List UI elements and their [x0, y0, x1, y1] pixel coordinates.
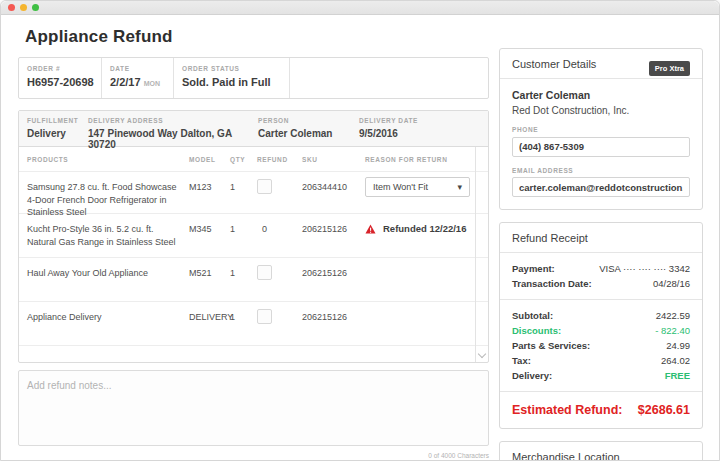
table-row: Haul Away Your Old Appliance M521 1 2062… — [19, 258, 488, 302]
phone-label: Phone — [512, 126, 690, 133]
close-window-icon[interactable] — [8, 4, 15, 11]
product-model: M123 — [189, 181, 230, 194]
tax-value: 264.02 — [661, 355, 690, 366]
fulfillment-type-value: Delivery — [27, 128, 88, 139]
order-status-cell: Order Status Sold. Paid in Full — [174, 58, 290, 98]
refund-checkbox[interactable] — [257, 265, 272, 280]
page-title: Appliance Refund — [25, 27, 489, 47]
parts-services-value: 24.99 — [666, 340, 690, 351]
payment-section: Payment: VISA ···· ···· ···· 3342 Transa… — [500, 253, 702, 300]
table-row: Kucht Pro-Style 36 in. 5.2 cu. ft. Natur… — [19, 214, 488, 258]
warning-icon — [365, 224, 376, 234]
customer-company: Red Dot Construction, Inc. — [512, 105, 690, 116]
payment-value: VISA ···· ···· ···· 3342 — [599, 263, 690, 274]
order-number-label: Order # — [27, 65, 101, 72]
table-row: Appliance Delivery DELIVERY 1 206215126 — [19, 302, 488, 346]
refund-cell — [257, 181, 302, 194]
subtotal-label: Subtotal: — [512, 310, 553, 321]
product-qty: 1 — [230, 311, 257, 324]
reason-dropdown-value: Item Won't Fit — [373, 182, 428, 192]
refund-checkbox[interactable] — [257, 309, 272, 324]
col-reason: Reason for Return — [365, 156, 488, 163]
order-summary-bar: Order # H6957-20698 Date 2/2/17 MON Orde… — [18, 57, 489, 99]
product-sku: 206344410 — [302, 181, 365, 194]
phone-field[interactable] — [512, 137, 690, 157]
table-row: Samsung 27.8 cu. ft. Food Showcase 4-Doo… — [19, 172, 488, 214]
col-sku: SKU — [302, 156, 365, 163]
customer-name: Carter Coleman — [512, 89, 690, 101]
product-qty: 1 — [230, 267, 257, 280]
product-name: Samsung 27.8 cu. ft. Food Showcase 4-Doo… — [19, 181, 189, 219]
refund-checkbox[interactable] — [257, 179, 272, 194]
refund-receipt-card: Refund Receipt Payment: VISA ···· ···· ·… — [499, 222, 703, 429]
product-name: Kucht Pro-Style 36 in. 5.2 cu. ft. Natur… — [19, 223, 189, 248]
order-status-label: Order Status — [182, 65, 289, 72]
parts-services-label: Parts & Services: — [512, 340, 590, 351]
order-summary-empty-cell — [290, 58, 488, 98]
window-titlebar — [1, 1, 719, 15]
col-products: Products — [19, 156, 189, 163]
product-sku: 206215126 — [302, 311, 365, 324]
merchandise-location-card: Merchandise Location ✓ The Delivery Agen… — [499, 441, 703, 461]
products-scrollbar[interactable] — [475, 147, 488, 362]
payment-label: Payment: — [512, 263, 555, 274]
chevron-down-icon: ▾ — [457, 182, 462, 192]
product-model: DELIVERY — [189, 311, 230, 324]
person-value: Carter Coleman — [258, 128, 359, 139]
pro-xtra-badge: Pro Xtra — [649, 61, 690, 76]
app-window: Appliance Refund Order # H6957-20698 Dat… — [0, 0, 720, 461]
delivery-label: Delivery: — [512, 370, 552, 381]
refunded-status-text: Refunded 12/22/16 — [383, 223, 466, 234]
delivery-value: FREE — [665, 370, 690, 381]
product-model: M345 — [189, 223, 230, 236]
customer-details-card: Customer Details Carter Coleman Red Dot … — [499, 48, 703, 210]
merchandise-location-title: Merchandise Location — [500, 442, 702, 461]
col-qty: Qty — [230, 156, 257, 163]
refund-cell — [257, 267, 302, 280]
estimated-refund-row: Estimated Refund: $2686.61 — [500, 392, 702, 428]
order-date-value: 2/2/17 MON — [110, 76, 173, 88]
discounts-label: Discounts: — [512, 325, 561, 336]
email-field[interactable] — [512, 177, 690, 197]
product-sku: 206215126 — [302, 267, 365, 280]
order-number-value: H6957-20698 — [27, 76, 101, 88]
product-model: M521 — [189, 267, 230, 280]
delivery-date-label: Delivery Date — [359, 117, 488, 124]
refund-cell — [257, 311, 302, 324]
reason-cell: Refunded 12/22/16 — [365, 223, 488, 234]
col-model: Model — [189, 156, 230, 163]
transaction-date-value: 04/28/16 — [653, 278, 690, 289]
order-status-value: Sold. Paid in Full — [182, 76, 289, 88]
estimated-refund-value: $2686.61 — [638, 403, 690, 417]
products-table-header: Products Model Qty Refund SKU Reason for… — [19, 147, 488, 172]
fulfillment-type-cell: Fulfillment Delivery — [19, 117, 88, 146]
delivery-date-cell: Delivery Date 9/5/2016 — [359, 117, 488, 146]
order-date-day: MON — [144, 80, 160, 87]
col-refund: Refund — [257, 156, 302, 163]
email-label: Email Address — [512, 167, 690, 174]
delivery-address-cell: Delivery Address 147 Pinewood Way Dalton… — [88, 117, 258, 146]
refund-notes-input[interactable] — [18, 370, 489, 446]
delivery-date-value: 9/5/2016 — [359, 128, 488, 139]
estimated-refund-label: Estimated Refund: — [512, 403, 622, 417]
order-number-cell: Order # H6957-20698 — [19, 58, 102, 98]
totals-section: Subtotal: 2422.59 Discounts: - 822.40 Pa… — [500, 300, 702, 392]
discounts-value: - 822.40 — [655, 325, 690, 336]
transaction-date-label: Transaction Date: — [512, 278, 592, 289]
reason-dropdown[interactable]: Item Won't Fit ▾ — [365, 177, 470, 197]
person-label: Person — [258, 117, 359, 124]
minimize-window-icon[interactable] — [20, 4, 27, 11]
person-cell: Person Carter Coleman — [258, 117, 359, 146]
refund-notes-section: 0 of 4000 Characters — [18, 370, 489, 459]
order-items-panel: Fulfillment Delivery Delivery Address 14… — [18, 110, 489, 363]
subtotal-value: 2422.59 — [656, 310, 690, 321]
fulfillment-type-label: Fulfillment — [27, 117, 88, 124]
scroll-down-icon[interactable] — [478, 350, 486, 358]
refund-count: 0 — [257, 223, 302, 236]
tax-label: Tax: — [512, 355, 531, 366]
order-date-label: Date — [110, 65, 173, 72]
zoom-window-icon[interactable] — [32, 4, 39, 11]
product-qty: 1 — [230, 181, 257, 194]
fulfillment-bar: Fulfillment Delivery Delivery Address 14… — [19, 111, 488, 147]
refunded-status: Refunded 12/22/16 — [365, 223, 470, 234]
